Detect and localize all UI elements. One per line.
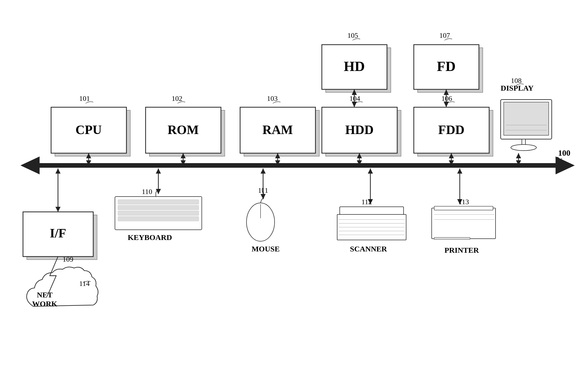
hd-ref: 105	[347, 31, 358, 39]
svg-point-61	[511, 144, 536, 151]
svg-rect-80	[434, 237, 470, 239]
svg-rect-65	[118, 200, 199, 204]
rom-ref: 102	[172, 94, 182, 102]
svg-marker-2	[556, 156, 575, 174]
hd-label: HD	[344, 58, 365, 74]
svg-marker-44	[516, 153, 521, 158]
network-label-2: WORK	[32, 299, 57, 308]
keyboard-ref: 110	[142, 188, 152, 196]
fd-ref: 107	[439, 31, 450, 39]
svg-marker-54	[368, 168, 373, 174]
bus-ref-label: 100	[558, 148, 570, 158]
diagram-svg: 100 CPU 101 ROM 102 RAM 103 HDD 1	[0, 0, 588, 387]
printer-ref: 113	[458, 198, 469, 206]
svg-marker-48	[156, 168, 161, 174]
printer-label: PRINTER	[444, 246, 479, 254]
network-label-1: NET	[37, 291, 53, 299]
svg-rect-66	[118, 205, 199, 210]
mouse-ref: 111	[258, 186, 268, 194]
fdd-ref: 106	[441, 94, 452, 102]
if-ref: 109	[63, 255, 73, 263]
hdd-ref: 104	[349, 94, 360, 102]
svg-rect-78	[432, 208, 496, 239]
scanner-label: SCANNER	[350, 245, 387, 253]
svg-marker-1	[20, 156, 40, 174]
svg-rect-79	[434, 206, 493, 210]
svg-marker-42	[55, 207, 61, 212]
cpu-ref: 101	[79, 94, 90, 102]
rom-label: ROM	[168, 123, 199, 137]
mouse-label: MOUSE	[252, 245, 280, 253]
svg-rect-67	[118, 211, 199, 215]
hdd-label: HDD	[345, 123, 373, 137]
display-ref: 108	[511, 77, 522, 84]
svg-marker-39	[444, 102, 449, 107]
cpu-label: CPU	[76, 123, 102, 137]
fd-label: FD	[437, 58, 455, 74]
keyboard-label: KEYBOARD	[128, 233, 172, 241]
svg-marker-51	[261, 168, 266, 174]
diagram-container: 100 CPU 101 ROM 102 RAM 103 HDD 1	[0, 0, 588, 387]
svg-rect-68	[118, 216, 199, 221]
fdd-label: FDD	[438, 123, 465, 137]
svg-marker-50	[261, 194, 266, 199]
network-ref: 114	[79, 280, 90, 287]
svg-marker-36	[352, 102, 357, 107]
if-label: I/F	[50, 226, 66, 240]
svg-rect-71	[340, 207, 404, 214]
svg-marker-41	[55, 168, 61, 174]
ram-label: RAM	[262, 123, 293, 137]
svg-marker-57	[457, 168, 462, 174]
ram-ref: 103	[267, 94, 278, 102]
scanner-ref: 112	[361, 198, 372, 206]
